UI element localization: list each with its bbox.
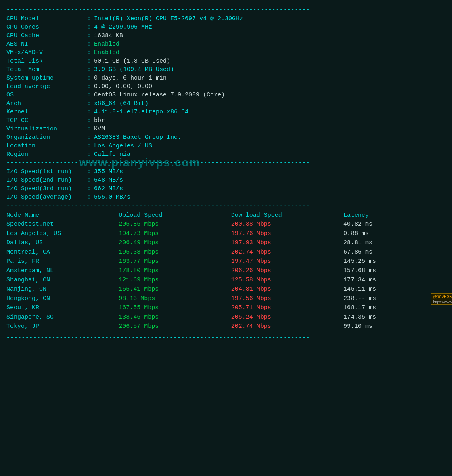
node-name: Singapore, SG — [6, 312, 119, 322]
os-row: OS : CentOS Linux release 7.9.2009 (Core… — [6, 92, 446, 99]
bottom-divider-2: ----------------------------------------… — [6, 334, 446, 341]
table-row: Paris, FR 163.77 Mbps 197.47 Mbps 145.25… — [6, 257, 446, 266]
latency: 99.10 ms — [343, 322, 446, 331]
cpu-cores-value: 4 @ 2299.996 MHz — [94, 24, 152, 31]
latency: 0.88 ms — [343, 229, 446, 238]
vm-amd-label: VM-x/AMD-V — [6, 49, 87, 56]
total-disk-value: 50.1 GB (1.8 GB Used) — [94, 58, 170, 65]
io-avg-label: I/O Speed(average) — [6, 194, 87, 201]
network-section: Node Name Upload Speed Download Speed La… — [6, 211, 446, 331]
latency: 168.17 ms — [343, 303, 446, 312]
total-disk-label: Total Disk — [6, 58, 87, 65]
latency: 28.81 ms — [343, 238, 446, 247]
upload-speed: 178.80 Mbps — [119, 266, 231, 275]
location-value: Los Angeles / US — [94, 143, 152, 149]
header-upload: Upload Speed — [119, 211, 231, 220]
cpu-model-label: CPU Model — [6, 15, 87, 22]
total-mem-label: Total Mem — [6, 66, 87, 73]
upload-speed: 195.38 Mbps — [119, 247, 231, 257]
cpu-model-row: CPU Model : Intel(R) Xeon(R) CPU E5-2697… — [6, 15, 446, 22]
table-row: Hongkong, CN 98.13 Mbps 197.56 Mbps 238.… — [6, 294, 446, 303]
download-speed: 205.24 Mbps — [231, 312, 343, 322]
io-1st-value: 355 MB/s — [94, 168, 123, 175]
upload-speed: 206.57 Mbps — [119, 322, 231, 331]
network-table: Node Name Upload Speed Download Speed La… — [6, 211, 446, 331]
cpu-cache-row: CPU Cache : 16384 KB — [6, 32, 446, 39]
node-name: Paris, FR — [6, 257, 119, 266]
system-info: CPU Model : Intel(R) Xeon(R) CPU E5-2697… — [6, 15, 446, 158]
cpu-cores-label: CPU Cores — [6, 24, 87, 31]
bottom-divider-1: ----------------------------------------… — [6, 202, 446, 209]
header-latency: Latency — [343, 211, 446, 220]
upload-speed: 163.77 Mbps — [119, 257, 231, 266]
arch-label: Arch — [6, 100, 87, 107]
table-row: Seoul, KR 167.55 Mbps 205.71 Mbps 168.17… — [6, 303, 446, 312]
download-speed: 202.74 Mbps — [231, 247, 343, 257]
arch-value: x86_64 (64 Bit) — [94, 100, 149, 107]
vm-amd-row: VM-x/AMD-V : Enabled — [6, 49, 446, 56]
tcp-cc-row: TCP CC : bbr — [6, 117, 446, 124]
upload-speed: 206.49 Mbps — [119, 238, 231, 247]
latency: 177.34 ms — [343, 275, 446, 285]
upload-speed: 194.73 Mbps — [119, 229, 231, 238]
download-speed: 197.76 Mbps — [231, 229, 343, 238]
latency: 174.35 ms — [343, 312, 446, 322]
latency: 238.-- ms 便宜VPS网https://www.pianyivps.co… — [343, 294, 446, 303]
region-label: Region — [6, 151, 87, 158]
tcp-cc-label: TCP CC — [6, 117, 87, 124]
table-row: Tokyo, JP 206.57 Mbps 202.74 Mbps 99.10 … — [6, 322, 446, 331]
table-row: Amsterdam, NL 178.80 Mbps 206.26 Mbps 15… — [6, 266, 446, 275]
upload-speed: 98.13 Mbps — [119, 294, 231, 303]
table-row: Singapore, SG 138.46 Mbps 205.24 Mbps 17… — [6, 312, 446, 322]
header-node: Node Name — [6, 211, 119, 220]
node-name: Amsterdam, NL — [6, 266, 119, 275]
table-row: Speedtest.net 205.86 Mbps 200.38 Mbps 40… — [6, 220, 446, 229]
table-row: Nanjing, CN 165.41 Mbps 204.81 Mbps 145.… — [6, 285, 446, 294]
latency: 145.25 ms — [343, 257, 446, 266]
upload-speed: 205.86 Mbps — [119, 220, 231, 229]
download-speed: 200.38 Mbps — [231, 220, 343, 229]
download-speed: 204.81 Mbps — [231, 285, 343, 294]
latency: 157.68 ms — [343, 266, 446, 275]
location-row: Location : Los Angeles / US — [6, 143, 446, 149]
download-speed: 202.74 Mbps — [231, 322, 343, 331]
download-speed: 197.93 Mbps — [231, 238, 343, 247]
node-name: Tokyo, JP — [6, 322, 119, 331]
table-row: Los Angeles, US 194.73 Mbps 197.76 Mbps … — [6, 229, 446, 238]
cpu-model-value: Intel(R) Xeon(R) CPU E5-2697 v4 @ 2.30GH… — [94, 15, 243, 22]
node-name: Shanghai, CN — [6, 275, 119, 285]
aes-ni-label: AES-NI — [6, 41, 87, 48]
download-speed: 125.58 Mbps — [231, 275, 343, 285]
aes-ni-value: Enabled — [94, 41, 119, 48]
upload-speed: 121.69 Mbps — [119, 275, 231, 285]
os-value: CentOS Linux release 7.9.2009 (Core) — [94, 92, 225, 99]
io-2nd-value: 648 MB/s — [94, 177, 123, 184]
virtualization-row: Virtualization : KVM — [6, 126, 446, 132]
kernel-row: Kernel : 4.11.8-1.el7.elrepo.x86_64 — [6, 109, 446, 115]
table-row: Shanghai, CN 121.69 Mbps 125.58 Mbps 177… — [6, 275, 446, 285]
io-3rd-row: I/O Speed(3rd run) : 662 MB/s — [6, 185, 446, 192]
region-value: California — [94, 151, 130, 158]
node-name: Dallas, US — [6, 238, 119, 247]
io-1st-row: I/O Speed(1st run) : 355 MB/s — [6, 168, 446, 175]
latency: 145.11 ms — [343, 285, 446, 294]
io-3rd-value: 662 MB/s — [94, 185, 123, 192]
total-mem-value: 3.9 GB (109.4 MB Used) — [94, 66, 174, 73]
organization-label: Organization — [6, 134, 87, 141]
node-name: Seoul, KR — [6, 303, 119, 312]
tcp-cc-value: bbr — [94, 117, 105, 124]
load-average-value: 0.00, 0.00, 0.00 — [94, 83, 152, 90]
download-speed: 205.71 Mbps — [231, 303, 343, 312]
node-name: Speedtest.net — [6, 220, 119, 229]
io-2nd-row: I/O Speed(2nd run) : 648 MB/s — [6, 177, 446, 184]
organization-row: Organization : AS26383 Baxet Group Inc. — [6, 134, 446, 141]
total-disk-row: Total Disk : 50.1 GB (1.8 GB Used) — [6, 58, 446, 65]
system-uptime-label: System uptime — [6, 75, 87, 82]
vm-amd-value: Enabled — [94, 49, 119, 56]
organization-value: AS26383 Baxet Group Inc. — [94, 134, 181, 141]
download-speed: 197.56 Mbps — [231, 294, 343, 303]
io-avg-row: I/O Speed(average) : 555.0 MB/s — [6, 194, 446, 201]
virtualization-value: KVM — [94, 126, 105, 132]
upload-speed: 165.41 Mbps — [119, 285, 231, 294]
table-row: Dallas, US 206.49 Mbps 197.93 Mbps 28.81… — [6, 238, 446, 247]
